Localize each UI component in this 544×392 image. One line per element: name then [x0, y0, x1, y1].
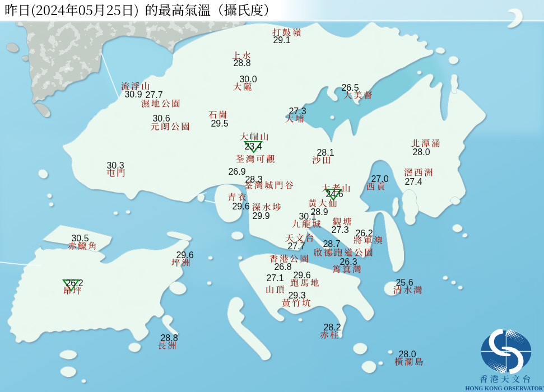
svg-text:26.3: 26.3: [340, 257, 357, 267]
svg-text:27.3: 27.3: [289, 106, 306, 116]
svg-text:28.8: 28.8: [160, 333, 178, 343]
svg-text:29.6: 29.6: [176, 250, 193, 260]
svg-text:29.9: 29.9: [252, 211, 269, 221]
svg-text:29.1: 29.1: [273, 35, 290, 45]
svg-text:25.6: 25.6: [396, 278, 413, 287]
svg-text:29.6: 29.6: [232, 202, 249, 211]
svg-text:30.1: 30.1: [299, 212, 316, 221]
svg-text:26.9: 26.9: [228, 167, 245, 176]
svg-text:28.3: 28.3: [245, 175, 262, 184]
svg-text:28.1: 28.1: [317, 148, 334, 157]
svg-text:27.7: 27.7: [287, 241, 305, 251]
svg-text:28.8: 28.8: [233, 58, 250, 68]
svg-text:27.7: 27.7: [145, 90, 162, 100]
svg-text:28.2: 28.2: [323, 323, 341, 332]
svg-text:24.6: 24.6: [326, 189, 343, 199]
svg-text:29.3: 29.3: [288, 291, 305, 300]
svg-text:26.8: 26.8: [274, 262, 291, 272]
svg-text:HONG KONG OBSERVATORY: HONG KONG OBSERVATORY: [466, 385, 544, 391]
svg-text:27.1: 27.1: [266, 273, 283, 283]
svg-text:26.5: 26.5: [341, 83, 359, 92]
svg-text:26.2: 26.2: [66, 278, 83, 288]
svg-text:29.5: 29.5: [211, 119, 228, 128]
svg-text:28.0: 28.0: [412, 147, 430, 157]
svg-text:23.4: 23.4: [244, 142, 262, 151]
svg-text:29.6: 29.6: [293, 270, 310, 280]
svg-text:30.6: 30.6: [152, 114, 170, 123]
svg-text:28.7: 28.7: [323, 239, 340, 249]
svg-text:28.0: 28.0: [398, 349, 416, 359]
svg-text:27.4: 27.4: [404, 177, 422, 186]
svg-text:30.5: 30.5: [71, 234, 89, 243]
svg-text:27.3: 27.3: [331, 225, 348, 235]
svg-text:26.2: 26.2: [355, 228, 373, 238]
svg-text:30.3: 30.3: [106, 161, 124, 170]
svg-text:30.9: 30.9: [124, 90, 142, 99]
svg-text:27.0: 27.0: [371, 174, 388, 184]
svg-text:30.0: 30.0: [239, 74, 257, 84]
